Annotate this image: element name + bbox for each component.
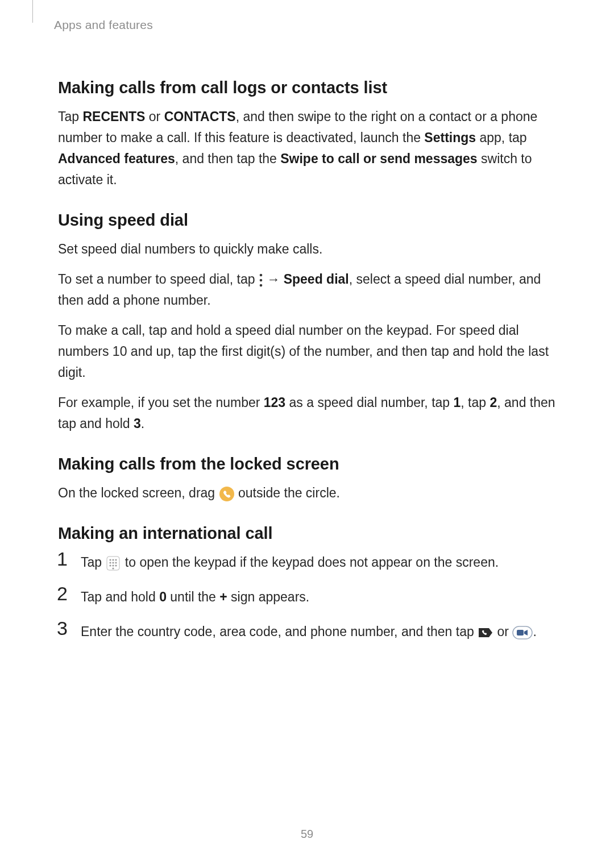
svg-point-5 — [110, 559, 111, 560]
text: sign appears. — [227, 589, 309, 604]
bold-3: 3 — [134, 416, 141, 431]
text: , tap — [460, 395, 489, 410]
header-rule — [32, 0, 33, 23]
bold-advanced-features: Advanced features — [58, 151, 175, 166]
para-speed-dial-4: For example, if you set the number 123 a… — [58, 392, 562, 434]
text: until the — [167, 589, 219, 604]
svg-point-7 — [115, 559, 117, 560]
para-speed-dial-1: Set speed dial numbers to quickly make c… — [58, 239, 562, 260]
heading-international: Making an international call — [58, 524, 562, 543]
bold-0: 0 — [159, 589, 167, 604]
page-header: Apps and features — [58, 20, 562, 48]
svg-point-14 — [113, 567, 114, 569]
bold-settings: Settings — [424, 130, 476, 145]
text: or — [145, 109, 164, 124]
text: . — [141, 416, 144, 431]
text: app, tap — [476, 130, 527, 145]
heading-call-logs: Making calls from call logs or contacts … — [58, 78, 562, 97]
text: to open the keypad if the keypad does no… — [121, 555, 499, 570]
step-number: 1 — [57, 549, 68, 570]
breadcrumb: Apps and features — [54, 18, 153, 32]
step-2: 2 Tap and hold 0 until the + sign appear… — [58, 587, 562, 608]
page-content: Making calls from call logs or contacts … — [58, 48, 562, 642]
para-speed-dial-2: To set a number to speed dial, tap → Spe… — [58, 269, 562, 311]
keypad-icon — [105, 555, 121, 571]
heading-speed-dial: Using speed dial — [58, 211, 562, 230]
arrow-icon: → — [267, 269, 280, 290]
svg-point-8 — [110, 562, 111, 563]
svg-point-2 — [260, 284, 263, 287]
bold-plus: + — [219, 589, 227, 604]
bold-speed-dial: Speed dial — [284, 272, 349, 286]
international-steps: 1 Tap to open the keypad if the keypad d… — [58, 552, 562, 642]
para-call-logs: Tap RECENTS or CONTACTS, and then swipe … — [58, 106, 562, 190]
text: To set a number to speed dial, tap — [58, 272, 259, 286]
bold-swipe-to-call: Swipe to call or send messages — [280, 151, 477, 166]
svg-point-0 — [260, 274, 263, 277]
bold-1: 1 — [454, 395, 461, 410]
bold-123: 123 — [264, 395, 285, 410]
text: as a speed dial number, tap — [285, 395, 453, 410]
more-options-icon — [259, 273, 263, 288]
svg-point-1 — [260, 279, 263, 282]
step-1: 1 Tap to open the keypad if the keypad d… — [58, 552, 562, 573]
text: . — [533, 624, 536, 639]
text: Enter the country code, area code, and p… — [81, 624, 478, 639]
step-number: 2 — [57, 583, 68, 604]
para-speed-dial-3: To make a call, tap and hold a speed dia… — [58, 320, 562, 383]
svg-point-13 — [115, 564, 117, 566]
svg-point-10 — [115, 562, 117, 563]
sim-call-icon — [478, 626, 493, 639]
para-locked-screen: On the locked screen, drag outside the c… — [58, 483, 562, 504]
page-number: 59 — [0, 828, 614, 841]
svg-point-3 — [219, 487, 234, 501]
heading-locked-screen: Making calls from the locked screen — [58, 455, 562, 474]
step-number: 3 — [57, 618, 68, 639]
document-page: Apps and features Making calls from call… — [0, 0, 614, 868]
phone-shortcut-icon — [219, 486, 235, 502]
text: Tap and hold — [81, 589, 159, 604]
text: or — [493, 624, 512, 639]
bold-2: 2 — [489, 395, 497, 410]
video-call-icon — [512, 626, 533, 639]
step-3: 3 Enter the country code, area code, and… — [58, 621, 562, 642]
text: On the locked screen, drag — [58, 485, 219, 500]
svg-point-12 — [113, 564, 114, 566]
bold-contacts: CONTACTS — [164, 109, 236, 124]
text: outside the circle. — [235, 485, 340, 500]
svg-point-6 — [113, 559, 114, 560]
bold-recents: RECENTS — [82, 109, 145, 124]
svg-point-11 — [110, 564, 111, 566]
svg-point-9 — [113, 562, 114, 563]
text: Tap — [81, 555, 105, 570]
text: For example, if you set the number — [58, 395, 264, 410]
text: Tap — [58, 109, 82, 124]
svg-rect-16 — [517, 630, 524, 636]
text: , and then tap the — [175, 151, 280, 166]
